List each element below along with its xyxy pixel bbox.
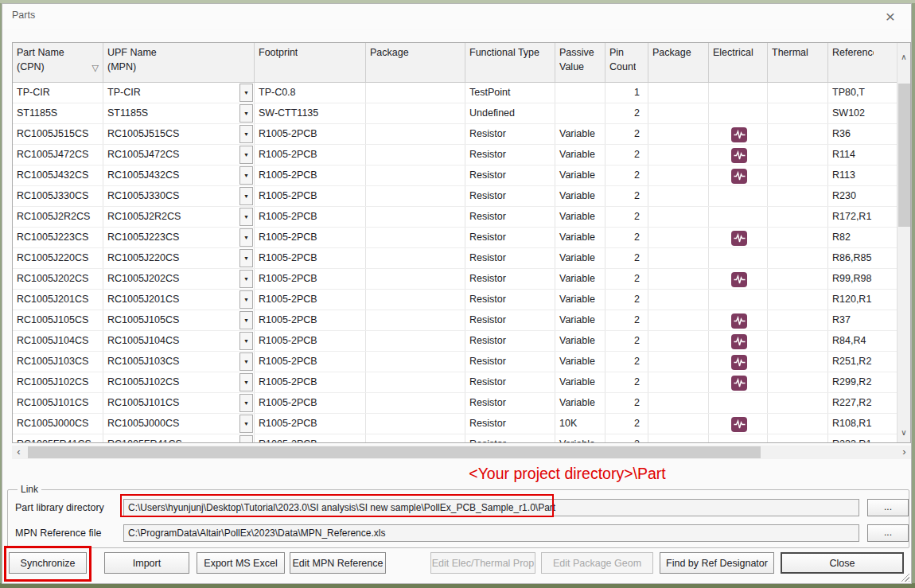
mpn-dropdown-icon[interactable]: ▼ <box>239 435 253 442</box>
column-header-mpn[interactable]: UPF Name (MPN) <box>103 43 255 82</box>
mpn-dropdown-icon[interactable]: ▼ <box>239 166 253 185</box>
table-row[interactable]: RC1005J000CSRC1005J000CS▼R1005-2PCBResis… <box>13 414 897 434</box>
column-header-reference[interactable]: Reference <box>828 43 897 82</box>
scroll-up-icon[interactable]: ∧ <box>897 49 910 65</box>
column-header-electrical[interactable]: Electrical <box>709 43 768 82</box>
mpn-dropdown-icon[interactable]: ▼ <box>239 208 253 226</box>
part-library-directory-field[interactable]: C:\Users\hyunjunj\Desktop\Tutorial\2023.… <box>123 499 859 516</box>
find-by-ref-designator-button[interactable]: Find by Ref Designator <box>660 552 774 574</box>
parts-dialog: Parts × Part Name (CPN)▽UPF Name (MPN)Fo… <box>2 3 912 584</box>
electrical-waveform-icon[interactable] <box>731 169 747 184</box>
cell-mpn: RC1005J515CS▼ <box>103 124 255 144</box>
cell-thermal <box>768 372 828 392</box>
electrical-waveform-icon[interactable] <box>731 231 747 246</box>
mpn-dropdown-icon[interactable]: ▼ <box>239 84 253 102</box>
project-directory-annotation: <Your project directory>\Part <box>321 465 814 483</box>
table-row[interactable]: RC1005J2R2CSRC1005J2R2CS▼R1005-2PCBResis… <box>13 207 897 228</box>
horizontal-scrollbar-thumb[interactable] <box>28 446 761 458</box>
cell-mpn: RC1005J201CS▼ <box>103 290 255 310</box>
column-header-package[interactable]: Package <box>366 43 465 82</box>
mpn-dropdown-icon[interactable]: ▼ <box>239 352 253 371</box>
close-button[interactable]: Close <box>781 552 904 574</box>
table-row[interactable]: RC1005J220CSRC1005J220CS▼R1005-2PCBResis… <box>13 248 897 269</box>
cell-package2 <box>648 248 709 268</box>
electrical-waveform-icon[interactable] <box>731 148 747 163</box>
electrical-waveform-icon[interactable] <box>731 127 747 142</box>
column-header-thermal[interactable]: Thermal <box>768 43 828 82</box>
table-row[interactable]: RC1005J102CSRC1005J102CS▼R1005-2PCBResis… <box>13 372 897 393</box>
cell-package <box>366 331 465 351</box>
column-header-passive_value[interactable]: Passive Value <box>555 43 605 82</box>
horizontal-scrollbar[interactable]: ‹ › <box>12 446 911 459</box>
vertical-scrollbar-thumb[interactable] <box>898 84 910 227</box>
mpn-dropdown-icon[interactable]: ▼ <box>239 270 253 288</box>
electrical-waveform-icon[interactable] <box>731 417 747 432</box>
column-header-label: Part Name (CPN) <box>17 45 64 74</box>
mpn-dropdown-icon[interactable]: ▼ <box>239 332 253 350</box>
browse-part-library-button[interactable]: ... <box>867 499 909 516</box>
electrical-waveform-icon[interactable] <box>731 376 747 391</box>
scroll-left-icon[interactable]: ‹ <box>12 446 25 459</box>
column-header-pin_count[interactable]: Pin Count <box>605 43 648 82</box>
table-row[interactable]: RC1005J105CSRC1005J105CS▼R1005-2PCBResis… <box>13 310 897 331</box>
table-row[interactable]: RC1005J201CSRC1005J201CS▼R1005-2PCBResis… <box>13 290 897 310</box>
electrical-waveform-icon[interactable] <box>731 334 747 349</box>
table-row[interactable]: TP-CIRTP-CIR▼TP-C0.8TestPoint1TP80,T <box>13 83 897 103</box>
cell-cpn: RC1005J223CS <box>13 228 103 247</box>
synchronize-button[interactable]: Synchronize <box>9 552 87 574</box>
column-header-package2[interactable]: Package <box>648 43 709 82</box>
mpn-dropdown-icon[interactable]: ▼ <box>239 146 253 164</box>
table-row[interactable]: RC1005J101CSRC1005J101CS▼R1005-2PCBResis… <box>13 393 897 414</box>
column-header-footprint[interactable]: Footprint <box>255 43 366 82</box>
vertical-scrollbar[interactable]: ∧ ∨ <box>897 43 910 442</box>
cell-package2 <box>648 269 709 289</box>
table-row[interactable]: RC1005J202CSRC1005J202CS▼R1005-2PCBResis… <box>13 269 897 290</box>
cell-mpn: RC1005J104CS▼ <box>103 331 255 351</box>
mpn-dropdown-icon[interactable]: ▼ <box>239 249 253 267</box>
close-icon[interactable]: × <box>881 7 900 26</box>
mpn-dropdown-icon[interactable]: ▼ <box>239 311 253 329</box>
mpn-dropdown-icon[interactable]: ▼ <box>239 290 253 309</box>
cell-thermal <box>768 414 828 434</box>
mpn-dropdown-icon[interactable]: ▼ <box>239 415 253 433</box>
table-row[interactable]: RC1005J472CSRC1005J472CS▼R1005-2PCBResis… <box>13 145 897 165</box>
table-row[interactable]: RC1005J103CSRC1005J103CS▼R1005-2PCBResis… <box>13 352 897 372</box>
cell-passive_value: Variable <box>555 269 605 289</box>
mpn-dropdown-icon[interactable]: ▼ <box>239 104 253 123</box>
electrical-waveform-icon[interactable] <box>731 313 747 329</box>
mpn-dropdown-icon[interactable]: ▼ <box>239 228 253 247</box>
mpn-dropdown-icon[interactable]: ▼ <box>239 125 253 143</box>
table-row[interactable]: ST1185SST1185S▼SW-CTT1135Undefined2SW102 <box>13 103 897 124</box>
scroll-right-icon[interactable]: › <box>897 446 911 459</box>
table-row[interactable]: RC1005FR41CSRC1005FR41CS▼R1005-2PCBResis… <box>13 434 897 442</box>
browse-mpn-reference-button[interactable]: ... <box>867 524 909 542</box>
cell-package <box>366 165 465 185</box>
table-row[interactable]: RC1005J223CSRC1005J223CS▼R1005-2PCBResis… <box>13 228 897 248</box>
edit-mpn-reference-button[interactable]: Edit MPN Reference <box>290 552 386 574</box>
table-row[interactable]: RC1005J515CSRC1005J515CS▼R1005-2PCBResis… <box>13 124 897 145</box>
mpn-dropdown-icon[interactable]: ▼ <box>239 394 253 412</box>
mpn-dropdown-icon[interactable]: ▼ <box>239 373 253 391</box>
cell-functional_type: Resistor <box>465 393 555 413</box>
table-row[interactable]: RC1005J432CSRC1005J432CS▼R1005-2PCBResis… <box>13 165 897 186</box>
electrical-waveform-icon[interactable] <box>731 355 747 370</box>
export-ms-excel-button[interactable]: Export MS Excel <box>197 552 285 574</box>
cell-footprint: R1005-2PCB <box>255 165 366 185</box>
cell-package <box>366 310 465 330</box>
column-header-functional_type[interactable]: Functional Type <box>465 43 555 82</box>
column-header-cpn[interactable]: Part Name (CPN)▽ <box>13 43 103 82</box>
mpn-dropdown-icon[interactable]: ▼ <box>239 187 253 205</box>
mpn-reference-file-field[interactable]: C:\ProgramData\Altair\PollEx\2023\Data\M… <box>123 524 859 542</box>
cell-package <box>366 248 465 268</box>
cell-thermal <box>768 352 828 372</box>
cell-functional_type: Resistor <box>465 186 555 206</box>
cell-electrical <box>709 290 768 310</box>
cell-thermal <box>768 434 828 442</box>
table-row[interactable]: RC1005J330CSRC1005J330CS▼R1005-2PCBResis… <box>13 186 897 207</box>
import-button[interactable]: Import <box>104 552 189 574</box>
scroll-down-icon[interactable]: ∨ <box>897 425 910 441</box>
cell-package2 <box>648 165 709 185</box>
cell-package <box>366 290 465 310</box>
table-row[interactable]: RC1005J104CSRC1005J104CS▼R1005-2PCBResis… <box>13 331 897 352</box>
electrical-waveform-icon[interactable] <box>731 272 747 287</box>
